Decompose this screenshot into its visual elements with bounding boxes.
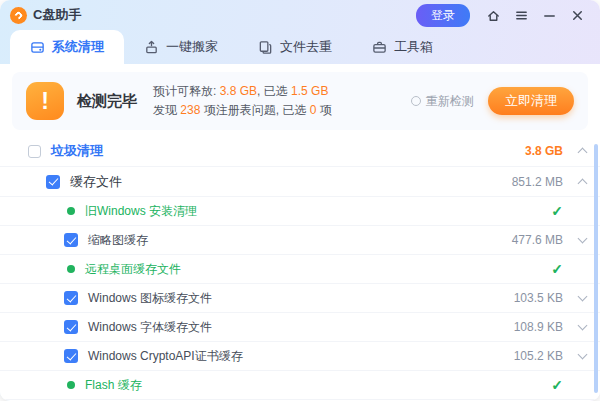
item-label: 远程桌面缓存文件	[85, 261, 551, 278]
tab-bar: 系统清理 一键搬家 文件去重 工具箱	[0, 30, 600, 64]
releasable-size: 3.8 GB	[220, 84, 257, 98]
content-panel: ! 检测完毕 预计可释放: 3.8 GB, 已选 1.5 GB 发现 238 项…	[0, 64, 600, 401]
item-label: Windows 字体缓存文件	[88, 319, 514, 336]
tab-toolbox[interactable]: 工具箱	[352, 30, 453, 64]
tab-one-click-move[interactable]: 一键搬家	[124, 30, 238, 64]
toolbox-icon	[372, 40, 387, 55]
summary-line-2: 发现 238 项注册表问题, 已选 0 项	[153, 101, 411, 120]
app-window: C盘助手 登录 系统清理 一键搬家 文件去重 工具箱	[0, 0, 600, 401]
chevron-up-icon[interactable]	[578, 178, 588, 188]
list-item[interactable]: Flash 缓存 ✓	[0, 371, 600, 400]
chevron-up-icon[interactable]	[578, 148, 588, 158]
item-checkbox[interactable]	[64, 233, 78, 247]
chevron-down-icon[interactable]	[578, 234, 588, 244]
item-checkbox[interactable]	[64, 320, 78, 334]
recheck-icon	[411, 96, 421, 106]
subgroup-row-cache-files[interactable]: 缓存文件 851.2 MB	[0, 167, 600, 197]
scan-status-title: 检测完毕	[77, 92, 137, 111]
recheck-label: 重新检测	[426, 93, 474, 110]
tab-label: 系统清理	[52, 38, 104, 56]
item-size: 105.2 KB	[514, 349, 563, 363]
list-item[interactable]: Windows 图标缓存文件 103.5 KB	[0, 284, 600, 313]
done-dot-icon	[67, 265, 75, 273]
list-item[interactable]: 缩略图缓存 477.6 MB	[0, 226, 600, 255]
subgroup-size: 851.2 MB	[512, 175, 563, 189]
item-label: 缩略图缓存	[88, 232, 512, 249]
group-row-junk-clean[interactable]: 垃圾清理 3.8 GB	[0, 136, 600, 167]
summary-line-1: 预计可释放: 3.8 GB, 已选 1.5 GB	[153, 82, 411, 101]
item-label: 旧Windows 安装清理	[85, 203, 551, 220]
minimize-icon[interactable]	[538, 4, 560, 26]
list-item[interactable]: Windows CryptoAPI证书缓存 105.2 KB	[0, 342, 600, 371]
disk-icon	[30, 40, 45, 55]
item-label: Windows CryptoAPI证书缓存	[88, 348, 514, 365]
close-icon[interactable]	[566, 4, 588, 26]
check-icon: ✓	[551, 203, 563, 219]
subgroup-checkbox[interactable]	[46, 175, 60, 189]
item-label: Windows 图标缓存文件	[88, 290, 514, 307]
done-dot-icon	[67, 381, 75, 389]
group-size: 3.8 GB	[525, 144, 563, 158]
chevron-down-icon[interactable]	[578, 292, 588, 302]
item-size: 103.5 KB	[514, 291, 563, 305]
group-label: 垃圾清理	[51, 142, 525, 160]
tab-label: 工具箱	[394, 38, 433, 56]
move-box-icon	[144, 40, 159, 55]
clean-now-button[interactable]: 立即清理	[488, 87, 574, 115]
list-item[interactable]: 旧Windows 安装清理 ✓	[0, 197, 600, 226]
tab-system-clean[interactable]: 系统清理	[10, 30, 124, 64]
home-icon[interactable]	[482, 4, 504, 26]
item-checkbox[interactable]	[64, 291, 78, 305]
selected-size: 1.5 GB	[291, 84, 328, 98]
registry-issue-count: 238	[180, 103, 200, 117]
app-logo-icon	[10, 7, 27, 24]
check-icon: ✓	[551, 377, 563, 393]
chevron-down-icon[interactable]	[578, 350, 588, 360]
recheck-button[interactable]: 重新检测	[411, 93, 474, 110]
documents-icon	[258, 40, 273, 55]
check-icon: ✓	[551, 261, 563, 277]
tab-label: 一键搬家	[166, 38, 218, 56]
list-item[interactable]: Windows 字体缓存文件 108.9 KB	[0, 313, 600, 342]
item-size: 108.9 KB	[514, 320, 563, 334]
tab-file-dedup[interactable]: 文件去重	[238, 30, 352, 64]
logo-ring	[14, 10, 24, 20]
menu-icon[interactable]	[510, 4, 532, 26]
item-label: Flash 缓存	[85, 377, 551, 394]
login-button[interactable]: 登录	[416, 4, 470, 27]
chevron-down-icon[interactable]	[578, 321, 588, 331]
warning-icon: !	[26, 82, 64, 120]
app-title: C盘助手	[33, 6, 81, 24]
scrollbar[interactable]	[594, 144, 598, 393]
done-dot-icon	[67, 207, 75, 215]
summary-panel: ! 检测完毕 预计可释放: 3.8 GB, 已选 1.5 GB 发现 238 项…	[12, 72, 588, 130]
item-checkbox[interactable]	[64, 349, 78, 363]
tab-label: 文件去重	[280, 38, 332, 56]
subgroup-label: 缓存文件	[70, 173, 512, 191]
group-checkbox[interactable]	[28, 145, 41, 158]
summary-lines: 预计可释放: 3.8 GB, 已选 1.5 GB 发现 238 项注册表问题, …	[153, 82, 411, 120]
list-item[interactable]: 远程桌面缓存文件 ✓	[0, 255, 600, 284]
item-size: 477.6 MB	[512, 233, 563, 247]
title-bar: C盘助手 登录	[0, 0, 600, 30]
